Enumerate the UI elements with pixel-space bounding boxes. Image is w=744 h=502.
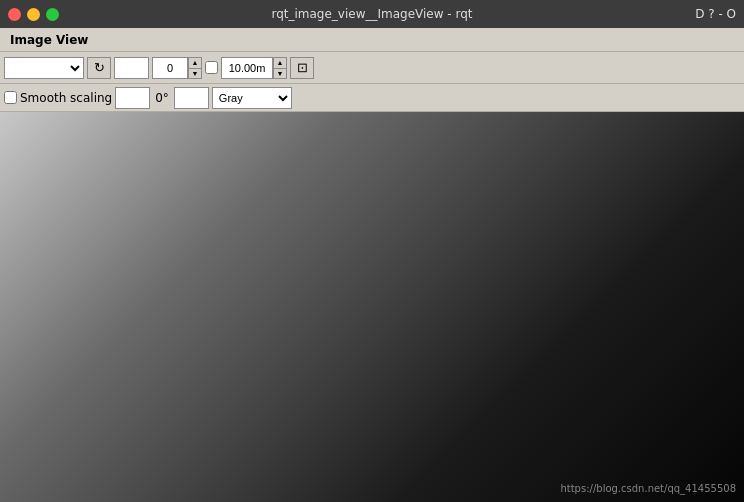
topic-dropdown[interactable] bbox=[4, 57, 84, 79]
smooth-scaling-checkbox[interactable] bbox=[4, 91, 17, 104]
spin-prefix-input[interactable] bbox=[114, 57, 149, 79]
image-view-menu-label: Image View bbox=[4, 31, 94, 49]
interval-spin-up-button[interactable]: ▲ bbox=[273, 57, 287, 68]
refresh-button[interactable]: ↻ bbox=[87, 57, 111, 79]
spin-down-button[interactable]: ▼ bbox=[188, 68, 202, 79]
window-controls bbox=[8, 8, 59, 21]
show-checkbox[interactable] bbox=[205, 61, 218, 74]
spin-arrows: ▲ ▼ bbox=[188, 57, 202, 79]
image-display-area: https://blog.csdn.net/qq_41455508 bbox=[0, 112, 744, 502]
minimize-button[interactable] bbox=[27, 8, 40, 21]
title-bar-right: D ? - O bbox=[695, 7, 736, 21]
toolbar-row-2: Smooth scaling 0° Gray RGB BGR bbox=[0, 84, 744, 112]
menu-bar: Image View bbox=[0, 28, 744, 52]
snapshot-icon: ⊡ bbox=[297, 60, 308, 75]
color-box-1[interactable] bbox=[115, 87, 150, 109]
refresh-icon: ↻ bbox=[94, 60, 105, 75]
main-window: rqt_image_view__ImageView - rqt D ? - O … bbox=[0, 0, 744, 502]
smooth-scaling-label: Smooth scaling bbox=[20, 91, 112, 105]
smooth-scaling-container: Smooth scaling bbox=[4, 91, 112, 105]
color-mode-dropdown[interactable]: Gray RGB BGR bbox=[212, 87, 292, 109]
window-content: Image View ↻ ▲ ▼ bbox=[0, 28, 744, 502]
interval-spin-control: ▲ ▼ bbox=[221, 57, 287, 79]
color-box-2[interactable] bbox=[174, 87, 209, 109]
window-title: rqt_image_view__ImageView - rqt bbox=[271, 7, 472, 21]
maximize-button[interactable] bbox=[46, 8, 59, 21]
spin-up-button[interactable]: ▲ bbox=[188, 57, 202, 68]
angle-label: 0° bbox=[155, 91, 169, 105]
watermark-text: https://blog.csdn.net/qq_41455508 bbox=[560, 483, 736, 494]
title-bar: rqt_image_view__ImageView - rqt D ? - O bbox=[0, 0, 744, 28]
interval-spin-arrows: ▲ ▼ bbox=[273, 57, 287, 79]
interval-spin-down-button[interactable]: ▼ bbox=[273, 68, 287, 79]
title-right-controls: D ? - O bbox=[695, 7, 736, 21]
interval-value-input[interactable] bbox=[221, 57, 273, 79]
spin-value-input[interactable] bbox=[152, 57, 188, 79]
toolbar-row-1: ↻ ▲ ▼ ▲ ▼ ⊡ bbox=[0, 52, 744, 84]
close-button[interactable] bbox=[8, 8, 21, 21]
snapshot-button[interactable]: ⊡ bbox=[290, 57, 314, 79]
checkbox-show bbox=[205, 61, 218, 74]
spin-control: ▲ ▼ bbox=[152, 57, 202, 79]
